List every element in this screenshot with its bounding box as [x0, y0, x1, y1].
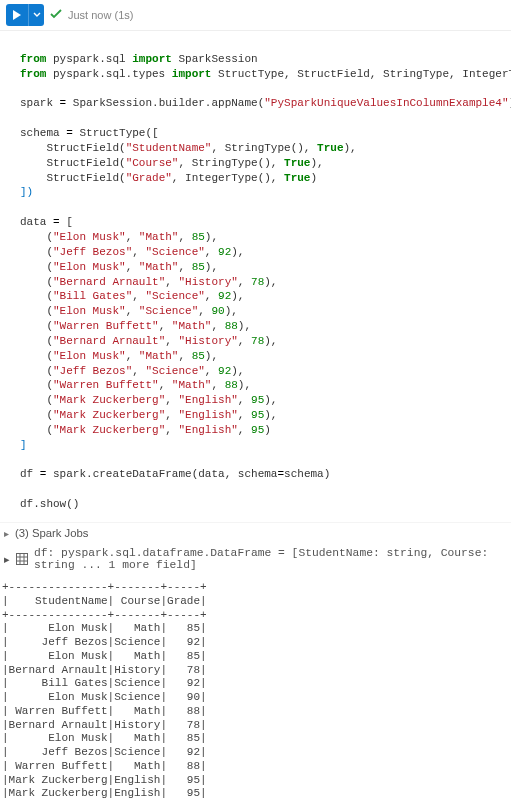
svg-marker-0	[13, 10, 21, 20]
chevron-down-icon[interactable]	[28, 4, 44, 26]
chevron-right-icon: ▸	[4, 528, 9, 539]
spark-jobs-label: (3) Spark Jobs	[15, 527, 88, 539]
dataframe-schema-text: df: pyspark.sql.dataframe.DataFrame = [S…	[34, 547, 507, 571]
play-icon	[6, 4, 28, 26]
cell-toolbar: Just now (1s)	[0, 0, 511, 31]
stdout-output: +---------------+-------+-----+ | Studen…	[0, 575, 511, 799]
table-icon	[16, 552, 28, 566]
dataframe-schema-toggle[interactable]: ▸ df: pyspark.sql.dataframe.DataFrame = …	[0, 543, 511, 575]
svg-rect-1	[17, 554, 28, 565]
spark-jobs-toggle[interactable]: ▸ (3) Spark Jobs	[0, 522, 511, 543]
check-icon	[50, 8, 62, 22]
run-button[interactable]	[6, 4, 44, 26]
run-status-text: Just now (1s)	[68, 9, 133, 21]
chevron-right-icon: ▸	[4, 553, 10, 566]
code-editor[interactable]: from pyspark.sql import SparkSession fro…	[0, 31, 511, 522]
